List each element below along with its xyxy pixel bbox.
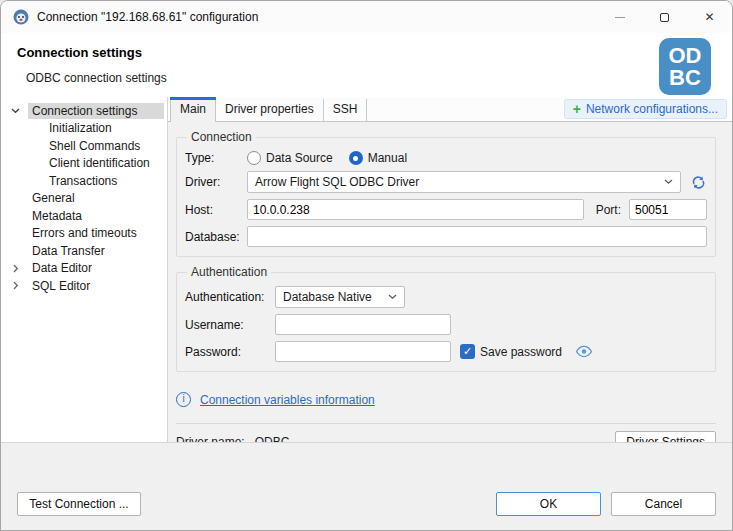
tab-driver-properties[interactable]: Driver properties: [216, 99, 324, 121]
host-row: Host: Port:: [185, 199, 707, 220]
tree-item-shell-commands[interactable]: Shell Commands: [1, 137, 167, 155]
host-label: Host:: [185, 203, 247, 217]
authentication-select[interactable]: Database Native: [275, 286, 405, 308]
window-title: Connection "192.168.68.61" configuration: [37, 10, 258, 24]
minimize-button[interactable]: [597, 1, 642, 33]
refresh-driver-icon[interactable]: [690, 174, 707, 191]
password-input[interactable]: [275, 341, 451, 362]
divider: [176, 423, 716, 424]
test-connection-button[interactable]: Test Connection ...: [17, 492, 141, 516]
connection-group: Connection Type: Data Source Manual Driv…: [176, 130, 716, 257]
maximize-button[interactable]: [642, 1, 687, 33]
data-source-radio-label[interactable]: Data Source: [266, 151, 333, 165]
settings-tree: Connection settings Initialization Shell…: [1, 97, 168, 442]
host-input[interactable]: [247, 199, 584, 220]
tab-ssh[interactable]: SSH: [324, 99, 368, 121]
data-source-radio[interactable]: [247, 151, 261, 165]
tab-main[interactable]: Main: [170, 97, 216, 122]
username-label: Username:: [185, 318, 275, 332]
manual-radio[interactable]: [349, 151, 363, 165]
database-row: Database:: [185, 226, 707, 247]
maximize-icon: [660, 13, 669, 22]
username-row: Username:: [185, 314, 707, 335]
save-password-checkbox[interactable]: ✓: [460, 344, 475, 359]
password-label: Password:: [185, 345, 275, 359]
app-icon: [13, 9, 29, 25]
page-subtitle: ODBC connection settings: [26, 71, 167, 85]
port-input[interactable]: [629, 199, 707, 220]
authentication-label: Authentication:: [185, 290, 275, 304]
authentication-row: Authentication: Database Native: [185, 286, 707, 308]
port-label: Port:: [596, 203, 621, 217]
tree-item-client-identification[interactable]: Client identification: [1, 155, 167, 173]
close-icon: ✕: [704, 10, 714, 24]
chevron-down-icon: [380, 294, 397, 300]
minimize-icon: [615, 17, 625, 18]
driver-row: Driver: Arrow Flight SQL ODBC Driver: [185, 171, 707, 193]
tree-item-connection-settings[interactable]: Connection settings: [1, 102, 167, 120]
title-bar: Connection "192.168.68.61" configuration…: [1, 1, 732, 33]
info-icon: i: [176, 392, 191, 407]
tree-item-initialization[interactable]: Initialization: [1, 120, 167, 138]
tree-item-data-transfer[interactable]: Data Transfer: [1, 242, 167, 260]
type-row: Type: Data Source Manual: [185, 151, 707, 165]
connection-variables-link[interactable]: Connection variables information: [200, 393, 375, 407]
tree-item-general[interactable]: General: [1, 190, 167, 208]
main-tab-panel: Connection Type: Data Source Manual Driv…: [168, 122, 732, 442]
authentication-group: Authentication Authentication: Database …: [176, 265, 716, 372]
network-configurations-button[interactable]: + Network configurations...: [564, 99, 727, 119]
plus-icon: +: [573, 104, 581, 114]
driver-label: Driver:: [185, 175, 247, 189]
username-input[interactable]: [275, 314, 451, 335]
connection-configuration-dialog: Connection "192.168.68.61" configuration…: [0, 0, 733, 531]
save-password-label[interactable]: Save password: [480, 345, 562, 359]
manual-radio-label[interactable]: Manual: [368, 151, 407, 165]
authentication-group-legend: Authentication: [187, 265, 271, 279]
tree-item-sql-editor[interactable]: SQL Editor: [1, 277, 167, 295]
tab-bar: Main Driver properties SSH + Network con…: [168, 97, 732, 122]
cancel-button[interactable]: Cancel: [611, 492, 716, 516]
odbc-logo: OD BC: [659, 38, 711, 95]
database-label: Database:: [185, 230, 247, 244]
variables-info-row: i Connection variables information: [176, 392, 716, 407]
show-password-eye-icon[interactable]: [575, 345, 593, 358]
close-button[interactable]: ✕: [687, 1, 732, 33]
chevron-right-icon[interactable]: [9, 281, 22, 290]
chevron-down-icon: [656, 179, 673, 185]
chevron-right-icon[interactable]: [9, 264, 22, 273]
dialog-footer: Test Connection ... OK Cancel: [1, 442, 732, 530]
tree-item-errors-and-timeouts[interactable]: Errors and timeouts: [1, 225, 167, 243]
driver-select[interactable]: Arrow Flight SQL ODBC Driver: [247, 171, 681, 193]
connection-group-legend: Connection: [187, 130, 256, 144]
page-title: Connection settings: [17, 45, 142, 60]
ok-button[interactable]: OK: [496, 492, 601, 516]
dialog-header: Connection settings ODBC connection sett…: [1, 33, 732, 97]
chevron-down-icon[interactable]: [9, 108, 22, 114]
database-input[interactable]: [247, 226, 707, 247]
password-row: Password: ✓ Save password: [185, 341, 707, 362]
tree-item-metadata[interactable]: Metadata: [1, 207, 167, 225]
tree-item-data-editor[interactable]: Data Editor: [1, 260, 167, 278]
tree-item-transactions[interactable]: Transactions: [1, 172, 167, 190]
type-label: Type:: [185, 151, 247, 165]
